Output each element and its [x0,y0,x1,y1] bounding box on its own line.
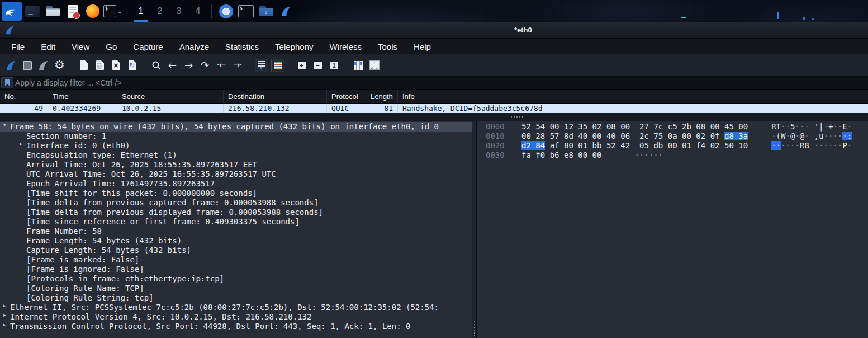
menu-file[interactable]: File [4,40,31,53]
detail-row[interactable]: ▾Frame 58: 54 bytes on wire (432 bits), … [0,122,472,132]
capture-options-button[interactable]: ⚙ [52,58,67,73]
horizontal-splitter-handle[interactable] [511,116,525,118]
detail-row[interactable]: ▸Interface id: 0 (eth0) [0,141,472,151]
packet-row[interactable]: 490.40233426910.0.2.15216.58.210.132QUIC… [0,104,868,113]
bytes: RT··5··· [771,122,809,131]
go-to-packet-button[interactable]: ↷ [197,58,212,73]
go-forward-button[interactable]: → [181,58,196,73]
hex-group: ······RB [771,141,809,151]
detail-row[interactable]: [Coloring Rule String: tcp] [0,293,472,303]
detail-row[interactable]: [Time since reference or first frame: 0.… [0,217,472,227]
detail-row[interactable]: Capture Length: 54 bytes (432 bits) [0,246,472,255]
detail-row[interactable]: [Frame is ignored: False] [0,265,472,274]
detail-row[interactable]: Section number: 1 [0,132,472,141]
column-header-length[interactable]: Length [366,90,398,103]
detail-row[interactable]: UTC Arrival Time: Oct 26, 2025 16:55:35.… [0,170,472,179]
column-header-source[interactable]: Source [117,90,224,103]
menu-view[interactable]: View [65,40,96,53]
bytes: ,u···· [814,132,843,140]
chromium-icon[interactable] [216,1,235,21]
terminal-icon[interactable] [236,1,255,21]
open-capture-file-button[interactable] [76,58,91,73]
save-capture-file-button[interactable] [92,58,107,73]
hex-row[interactable]: 0020d2 84 af 80 01 bb 52 4205 db 00 01 f… [477,141,868,151]
go-first-packet-button[interactable]: ·← [214,58,229,73]
column-header-no[interactable]: No. [0,90,48,103]
expander-closed-icon[interactable]: ▸ [20,141,22,147]
detail-row[interactable]: Arrival Time: Oct 26, 2025 18:55:35.8972… [0,160,472,170]
go-back-button[interactable]: ← [165,58,180,73]
expander-closed-icon[interactable]: ▸ [3,303,6,308]
zoom-in-button[interactable]: + [294,58,309,73]
detail-row[interactable]: Frame Number: 58 [0,227,472,236]
detail-row[interactable]: ▸Ethernet II, Src: PCSSystemtec_7c:c5:2b… [0,303,472,312]
column-header-time[interactable]: Time [48,90,117,103]
hex-group: '|·+··E· [814,122,852,132]
detail-row[interactable]: [Coloring Rule Name: TCP] [0,284,472,293]
start-capture-button[interactable] [3,58,18,73]
column-header-info[interactable]: Info [398,90,868,103]
column-header-destination[interactable]: Destination [224,90,327,103]
downloads-folder-icon[interactable] [257,1,276,21]
hex-row[interactable]: 0030fa f0 b6 e8 00 00······ [477,151,868,160]
tray-speck [803,17,805,20]
detail-row[interactable]: Epoch Arrival Time: 1761497735.897263517 [0,179,472,189]
firefox-icon[interactable] [83,1,102,21]
display-filter-input[interactable] [15,78,868,87]
close-capture-file-button[interactable] [108,58,124,73]
detail-row[interactable]: Frame Length: 54 bytes (432 bits) [0,236,472,246]
workspace-3[interactable]: 3 [169,0,188,22]
detail-row[interactable]: [Time shift for this packet: 0.000000000… [0,189,472,198]
menu-telephony[interactable]: Telephony [268,40,320,53]
workspace-1[interactable]: 1 [131,0,150,22]
detail-row[interactable]: ▸Internet Protocol Version 4, Src: 10.0.… [0,312,472,322]
menu-wireless[interactable]: Wireless [323,40,369,53]
expander-closed-icon[interactable]: ▸ [3,312,6,318]
hex-offset: 0020 [486,141,509,151]
find-packet-button[interactable] [149,58,164,73]
column-header-protocol[interactable]: Protocol [327,90,366,103]
detail-row[interactable]: [Protocols in frame: eth:ethertype:ip:tc… [0,274,472,284]
menu-statistics[interactable]: Statistics [219,40,265,53]
auto-scroll-toggle-button[interactable]: ▼ [254,58,269,73]
restart-capture-button[interactable] [36,58,51,73]
detail-row[interactable]: Encapsulation type: Ethernet (1) [0,151,472,160]
menu-capture[interactable]: Capture [126,40,169,53]
filter-bookmark-button[interactable] [1,77,13,88]
hex-row[interactable]: 001000 28 57 8d 40 00 40 062c 75 0a 00 0… [477,132,868,141]
zoom-original-button[interactable]: 1 [326,58,341,73]
menu-help[interactable]: Help [407,40,438,53]
colorize-toggle-button[interactable] [270,58,285,73]
byte-highlight: d8 3a [724,132,748,140]
detail-text: [Time delta from previous displayed fram… [0,208,323,217]
wireshark-icon[interactable] [277,1,296,21]
kali-menu-icon[interactable] [2,2,22,21]
detail-row[interactable]: [Frame is marked: False] [0,255,472,265]
detail-row[interactable]: [Time delta from previous displayed fram… [0,208,472,217]
zoom-out-button[interactable]: − [310,58,325,73]
layout-chooser-button[interactable]: 123 [367,58,382,73]
workspace-switcher: 1234 [131,0,207,22]
workspace-2[interactable]: 2 [150,0,169,22]
reload-capture-file-button[interactable] [125,58,140,73]
resize-columns-button[interactable] [350,58,366,73]
menu-go[interactable]: Go [99,40,124,53]
byte-highlight: ·: [842,132,852,140]
stop-capture-button[interactable] [20,58,35,73]
go-last-packet-button[interactable]: →· [230,58,245,73]
hex-row[interactable]: 000052 54 00 12 35 02 08 0027 7c c5 2b 0… [477,122,868,132]
pane-splitter[interactable] [472,121,477,338]
text-editor-icon[interactable] [63,1,82,21]
expander-closed-icon[interactable]: ▸ [3,322,6,327]
detail-row[interactable]: ▸Transmission Control Protocol, Src Port… [0,322,472,331]
terminal-dropdown-icon[interactable]: ⌄ [103,1,122,21]
menu-edit[interactable]: Edit [34,40,62,53]
expander-open-icon[interactable]: ▾ [3,122,6,128]
terminal-window-icon[interactable] [23,1,42,21]
workspace-4[interactable]: 4 [188,0,207,22]
menu-tools[interactable]: Tools [371,40,404,53]
bytes: af 80 01 bb 52 42 [545,141,630,150]
detail-row[interactable]: [Time delta from previous captured frame… [0,198,472,208]
menu-analyze[interactable]: Analyze [173,40,216,53]
file-manager-icon[interactable] [43,1,62,21]
